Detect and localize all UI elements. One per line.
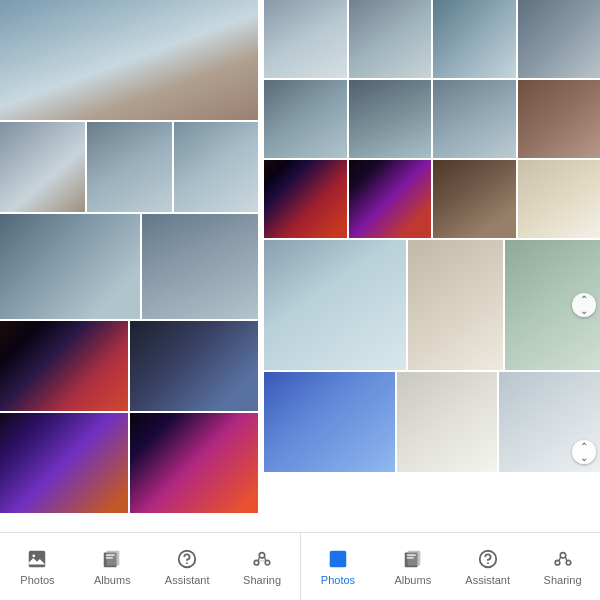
photo-cell[interactable]: [264, 0, 346, 78]
nav-item-sharing-right[interactable]: Sharing: [525, 533, 600, 600]
photo-cell[interactable]: [264, 80, 346, 158]
nav-label-albums-left: Albums: [94, 574, 131, 586]
svg-rect-0: [29, 551, 46, 568]
nav-item-photos-left[interactable]: Photos: [0, 533, 75, 600]
nav-label-assistant-left: Assistant: [165, 574, 210, 586]
photo-cell[interactable]: [87, 122, 172, 212]
assistant-icon-right: [476, 547, 500, 571]
nav-item-albums-left[interactable]: Albums: [75, 533, 150, 600]
photo-cell[interactable]: [518, 80, 600, 158]
nav-item-sharing-left[interactable]: Sharing: [225, 533, 300, 600]
svg-point-21: [566, 560, 571, 565]
photo-cell[interactable]: [264, 240, 406, 370]
photo-grid: ⌃⌄ ⌃⌄: [0, 0, 600, 532]
svg-point-1: [33, 554, 36, 557]
photo-cell[interactable]: [433, 160, 515, 238]
photo-cell[interactable]: [130, 321, 258, 411]
albums-icon-right: [401, 547, 425, 571]
svg-rect-5: [106, 557, 113, 558]
nav-item-photos-right[interactable]: Photos: [301, 533, 376, 600]
nav-item-assistant-right[interactable]: Assistant: [450, 533, 525, 600]
nav-left-panel: Photos Albums Assistant: [0, 533, 301, 600]
sharing-icon-left: [250, 547, 274, 571]
bottom-nav: Photos Albums Assistant: [0, 532, 600, 600]
photo-cell[interactable]: [0, 214, 140, 319]
svg-point-10: [265, 560, 270, 565]
nav-right-panel: Photos Albums Assistant: [301, 533, 601, 600]
photo-cell[interactable]: [0, 0, 258, 120]
svg-rect-15: [406, 554, 415, 555]
photo-cell[interactable]: [264, 160, 346, 238]
assistant-icon-left: [175, 547, 199, 571]
photo-cell[interactable]: [408, 240, 503, 370]
photo-cell[interactable]: [0, 122, 85, 212]
scroll-button-right-1[interactable]: ⌃⌄: [572, 293, 596, 317]
svg-rect-11: [330, 551, 347, 568]
nav-label-sharing-right: Sharing: [544, 574, 582, 586]
photo-cell[interactable]: [349, 0, 431, 78]
photo-cell[interactable]: [0, 413, 128, 513]
scroll-button-right-2[interactable]: ⌃⌄: [572, 440, 596, 464]
photo-cell[interactable]: [518, 0, 600, 78]
svg-rect-16: [406, 557, 413, 558]
nav-label-photos-left: Photos: [20, 574, 54, 586]
nav-label-albums-right: Albums: [394, 574, 431, 586]
svg-point-12: [333, 554, 336, 557]
photos-icon-left: [25, 547, 49, 571]
nav-label-assistant-right: Assistant: [465, 574, 510, 586]
nav-item-albums-right[interactable]: Albums: [375, 533, 450, 600]
photo-cell[interactable]: [349, 160, 431, 238]
sharing-icon-right: [551, 547, 575, 571]
photos-icon-right: [326, 547, 350, 571]
photo-cell[interactable]: [264, 372, 395, 472]
photo-cell[interactable]: [349, 80, 431, 158]
photo-cell[interactable]: [397, 372, 498, 472]
photo-cell[interactable]: [174, 122, 259, 212]
albums-icon-left: [100, 547, 124, 571]
nav-label-sharing-left: Sharing: [243, 574, 281, 586]
photo-cell[interactable]: [0, 321, 128, 411]
svg-point-20: [555, 560, 560, 565]
photo-cell[interactable]: [433, 80, 515, 158]
nav-label-photos-right: Photos: [321, 574, 355, 586]
svg-rect-4: [106, 554, 115, 555]
svg-point-18: [487, 562, 489, 564]
photo-cell[interactable]: [142, 214, 258, 319]
svg-point-7: [186, 562, 188, 564]
svg-point-9: [254, 560, 259, 565]
photo-cell[interactable]: [518, 160, 600, 238]
photo-cell[interactable]: [433, 0, 515, 78]
photo-cell[interactable]: [130, 413, 258, 513]
nav-item-assistant-left[interactable]: Assistant: [150, 533, 225, 600]
